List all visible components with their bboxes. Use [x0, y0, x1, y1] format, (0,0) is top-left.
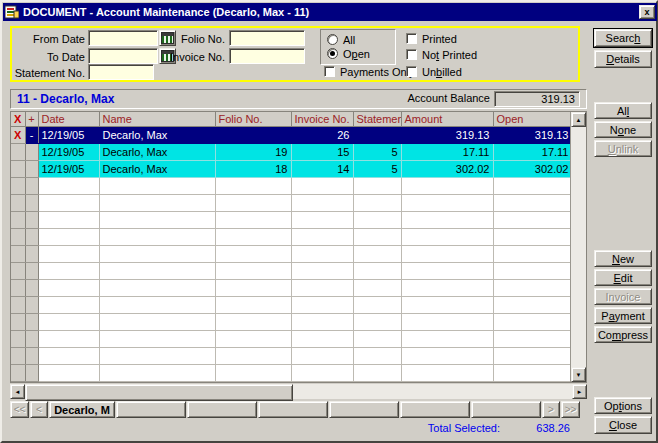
tab-nav-next[interactable]: >: [542, 401, 560, 418]
search-button[interactable]: Search: [594, 29, 652, 47]
folio-no-input[interactable]: [229, 30, 305, 46]
compress-button[interactable]: Compress: [594, 326, 652, 343]
statement-no-input[interactable]: [88, 64, 154, 80]
column-header-invoice[interactable]: Invoice No.: [291, 112, 353, 127]
all-button[interactable]: All: [594, 102, 652, 119]
cell-name: Decarlo, Max: [99, 161, 215, 178]
application-window: DOCUMENT - Account Maintenance (Decarlo,…: [0, 0, 658, 443]
tab-empty: [400, 401, 470, 418]
cell-amount: 17.11: [401, 144, 493, 161]
table-row[interactable]: 12/19/05 Decarlo, Max 18 14 5 302.02 302…: [11, 161, 572, 178]
tab-empty: [329, 401, 399, 418]
scroll-down-icon[interactable]: ▼: [571, 367, 586, 382]
total-selected-value: 638.26: [502, 422, 570, 434]
payment-button[interactable]: Payment: [594, 307, 652, 324]
grid-vertical-scrollbar[interactable]: ▲ ▼: [570, 112, 586, 382]
radio-open[interactable]: [327, 48, 338, 59]
tab-nav-last[interactable]: >>: [561, 401, 580, 418]
row-link-mark[interactable]: -: [25, 127, 38, 144]
table-row[interactable]: 12/19/05 Decarlo, Max 19 15 5 17.11 17.1…: [11, 144, 572, 161]
table-row-empty: [11, 195, 572, 212]
grid-horizontal-scrollbar[interactable]: ◄ ►: [10, 384, 587, 399]
cell-open: 319.13: [493, 127, 572, 144]
unbilled-label: Unbilled: [422, 66, 462, 78]
row-link-mark[interactable]: [25, 144, 38, 161]
details-button[interactable]: Details: [594, 50, 652, 68]
table-row-empty: [11, 212, 572, 229]
table-row-empty: [11, 331, 572, 348]
cell-statement: [353, 127, 401, 144]
cell-name: Decarlo, Max: [99, 144, 215, 161]
scroll-left-icon[interactable]: ◄: [10, 384, 25, 399]
column-header-statement[interactable]: Statement: [353, 112, 401, 127]
table-header-row: X + Date Name Folio No. Invoice No. Stat…: [11, 112, 572, 127]
table-row-empty: [11, 314, 572, 331]
statement-no-label: Statement No.: [8, 67, 85, 79]
tab-empty: [471, 401, 541, 418]
from-date-input[interactable]: [88, 30, 158, 46]
close-button[interactable]: Close: [594, 416, 652, 434]
tab-account-decarlo[interactable]: Decarlo, M: [49, 401, 115, 418]
cell-invoice: 15: [291, 144, 353, 161]
table-row-empty: [11, 229, 572, 246]
scroll-up-icon[interactable]: ▲: [571, 112, 586, 127]
tab-empty: [187, 401, 257, 418]
not-printed-checkbox[interactable]: [406, 49, 417, 60]
tab-nav-first[interactable]: <<: [10, 401, 29, 418]
none-button[interactable]: None: [594, 121, 652, 138]
column-header-open[interactable]: Open: [493, 112, 572, 127]
radio-all[interactable]: [327, 34, 338, 45]
cell-invoice: 14: [291, 161, 353, 178]
account-title: 11 - Decarlo, Max: [17, 92, 114, 106]
cell-folio: [215, 127, 291, 144]
column-header-folio[interactable]: Folio No.: [215, 112, 291, 127]
radio-open-label: Open: [343, 48, 370, 60]
scrollbar-thumb[interactable]: [25, 384, 293, 401]
invoice-button: Invoice: [594, 288, 652, 305]
close-icon[interactable]: x: [639, 5, 655, 19]
new-button[interactable]: New: [594, 250, 652, 267]
to-date-input[interactable]: [88, 48, 158, 64]
row-select-mark[interactable]: [11, 161, 25, 178]
column-header-amount[interactable]: Amount: [401, 112, 493, 127]
payments-only-label: Payments Only: [340, 66, 415, 78]
row-link-mark[interactable]: [25, 161, 38, 178]
tab-empty: [116, 401, 186, 418]
account-tab-bar: << < Decarlo, M > >>: [10, 401, 587, 418]
documents-grid: X + Date Name Folio No. Invoice No. Stat…: [10, 111, 587, 383]
total-selected-label: Total Selected:: [400, 422, 500, 434]
column-header-x[interactable]: X: [11, 112, 25, 127]
cell-open: 17.11: [493, 144, 572, 161]
folio-no-label: Folio No.: [170, 33, 225, 45]
scroll-right-icon[interactable]: ►: [572, 384, 587, 399]
table-row-empty: [11, 263, 572, 280]
column-header-link[interactable]: +: [25, 112, 38, 127]
unlink-button: Unlink: [594, 140, 652, 157]
cell-name: Decarlo, Max: [99, 127, 215, 144]
tab-nav-prev[interactable]: <: [30, 401, 48, 418]
column-header-name[interactable]: Name: [99, 112, 215, 127]
row-select-mark[interactable]: [11, 144, 25, 161]
table-row-empty: [11, 246, 572, 263]
table-row-empty: [11, 297, 572, 314]
from-date-label: From Date: [12, 33, 85, 45]
printed-label: Printed: [422, 33, 457, 45]
payments-only-checkbox[interactable]: [324, 66, 335, 77]
column-header-date[interactable]: Date: [38, 112, 99, 127]
row-select-mark[interactable]: X: [11, 127, 25, 144]
cell-amount: 302.02: [401, 161, 493, 178]
table-row-selected[interactable]: X - 12/19/05 Decarlo, Max 26 319.13 319.…: [11, 127, 572, 144]
invoice-no-label: Invoice No.: [162, 51, 225, 63]
printed-checkbox[interactable]: [406, 33, 417, 44]
cell-date: 12/19/05: [38, 144, 99, 161]
window-title: DOCUMENT - Account Maintenance (Decarlo,…: [23, 6, 639, 18]
unbilled-checkbox[interactable]: [406, 66, 417, 77]
cell-date: 12/19/05: [38, 161, 99, 178]
account-balance-label: Account Balance: [400, 92, 490, 104]
edit-button[interactable]: Edit: [594, 269, 652, 286]
invoice-no-input[interactable]: [229, 48, 305, 64]
options-button[interactable]: Options: [594, 397, 652, 414]
cell-date: 12/19/05: [38, 127, 99, 144]
tab-empty: [258, 401, 328, 418]
table-row-empty: [11, 348, 572, 365]
